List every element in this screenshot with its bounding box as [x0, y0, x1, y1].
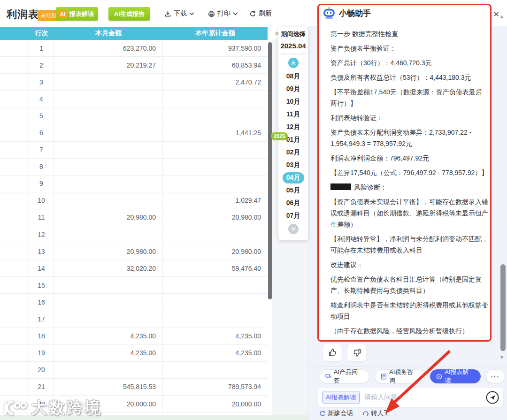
year-amount-cell: 20,980.00 [163, 243, 268, 260]
month-item-06[interactable]: 06月 [283, 197, 304, 209]
chat-text: （由于存在数据风险，经营风险分析暂缓执行） [330, 327, 469, 335]
thumbs-down-button[interactable] [347, 344, 366, 361]
row-number-cell: 8 [29, 159, 54, 175]
ai-generate-report-button[interactable]: AI生成报告 [108, 7, 150, 21]
chat-input[interactable]: AI报表解读 请输入问题 [318, 388, 503, 407]
chat-text: 负债及所有者权益总计（53行）：4,443,180.3元 [330, 74, 471, 81]
month-item-04[interactable]: 04月 [283, 172, 304, 183]
close-icon[interactable]: × [493, 8, 499, 20]
chat-paragraph: 【差异17,540元（公式：796,497.92 - 778,957.92）】 [330, 167, 488, 178]
item-cell [0, 260, 29, 276]
year-amount-cell [163, 226, 268, 243]
year-amount-cell [163, 176, 268, 192]
thumbs-down-icon [353, 348, 361, 357]
month-item-12[interactable]: 12月 [283, 121, 304, 133]
ai-report-read-label: 报表解读 [69, 10, 94, 18]
chat-bubbles-icon [325, 374, 331, 380]
chat-text: 资产负债表平衡验证： [330, 45, 396, 52]
chip-label: AI报表解读 [445, 368, 474, 385]
table-row: 194,235.004,235.00 [0, 345, 268, 362]
month-item-05[interactable]: 05月 [283, 184, 304, 197]
double-chevron-down-icon [291, 226, 296, 232]
month-item-11[interactable]: 11月 [283, 108, 304, 121]
row-number-cell: 3 [29, 74, 54, 90]
scroll-down-icon[interactable]: ▼ [499, 354, 505, 360]
chat-paragraph: 改进建议： [330, 259, 488, 270]
thumbs-up-icon [328, 348, 337, 357]
table-row: 5 [0, 107, 268, 124]
year-amount-cell [163, 311, 268, 328]
print-button[interactable]: 打印 [208, 9, 238, 18]
item-cell [0, 379, 29, 395]
chat-paragraph: 资产负债表未分配利润变动差异：2,733,907.22 - 1,954,949.… [330, 127, 488, 149]
month-item-10[interactable]: 10月 [283, 95, 304, 108]
item-cell [0, 192, 29, 209]
feedback-buttons [323, 344, 366, 361]
table-row: 4 [0, 91, 268, 107]
watermark-text: 大数跨境 [31, 397, 102, 419]
month-item-07[interactable]: 07月 [283, 209, 304, 222]
row-number-cell: 4 [29, 91, 54, 107]
month-item-09[interactable]: 09月 [283, 83, 304, 95]
document-icon [381, 374, 387, 380]
row-number-cell: 17 [29, 311, 54, 328]
chip-ai-product-qa[interactable]: AI产品问答 [319, 369, 369, 383]
months-scroll-up-button[interactable] [288, 58, 299, 68]
report-toolbar: 利润表 未结转 AI 报表解读 AI生成报告 下载 打印 刷新 [0, 0, 308, 27]
months-scroll-down-button[interactable] [288, 224, 299, 234]
month-item-08[interactable]: 08月 [283, 70, 304, 83]
headset-icon [362, 410, 369, 417]
col-header-year: 本年累计金额 [163, 29, 268, 38]
item-cell [0, 243, 29, 260]
refresh-button[interactable]: 刷新 [249, 9, 272, 18]
thumbs-up-button[interactable] [323, 344, 342, 361]
month-amount-cell [54, 124, 163, 141]
printer-icon [208, 10, 215, 17]
send-button[interactable] [485, 390, 499, 405]
month-amount-cell: 20,980.00 [54, 209, 163, 226]
row-number-cell: 19 [29, 345, 54, 361]
chat-text: 优先检查资产负债表各科目汇总计算（特别是固定资产、长期待摊费用与负债类科目） [330, 275, 482, 294]
to-human-button[interactable]: 转人工 [362, 409, 390, 418]
year-amount-cell: 20,000.00 [163, 396, 268, 412]
month-item-02[interactable]: 02月 [283, 146, 304, 159]
assistant-scrollbar-thumb[interactable] [500, 264, 506, 351]
more-chips-button[interactable]: ··· [486, 369, 505, 383]
table-row: 7 [0, 142, 268, 159]
row-number-cell: 2 [29, 57, 54, 73]
input-mode-tag[interactable]: AI报表解读 [322, 391, 360, 404]
month-amount-cell: 4,235.00 [54, 328, 163, 344]
row-number-cell: 6 [29, 124, 54, 141]
item-cell [0, 362, 29, 378]
chip-label: AI税务咨询 [389, 368, 419, 385]
table-scrollbar-thumb[interactable] [268, 42, 272, 299]
item-cell [0, 40, 29, 56]
chip-ai-tax-consult[interactable]: AI税务咨询 [375, 369, 425, 383]
new-session-button[interactable]: 新建会话 [319, 409, 353, 418]
month-amount-cell: 20,219.27 [54, 57, 163, 73]
month-item-03[interactable]: 03月 [283, 159, 304, 171]
month-amount-cell [54, 159, 163, 175]
year-amount-cell [163, 159, 268, 175]
to-human-label: 转人工 [371, 409, 390, 418]
session-links: 新建会话 转人工 [319, 409, 390, 418]
table-row: 1432,020.2059,476.40 [0, 260, 268, 277]
item-cell [0, 124, 29, 141]
row-number-cell: 10 [29, 192, 54, 209]
ai-report-read-badge[interactable]: AI 报表解读 [56, 7, 98, 21]
year-amount-cell: 59,476.40 [163, 260, 268, 276]
year-amount-cell [163, 277, 268, 293]
scroll-up-icon[interactable]: ▲ [499, 13, 505, 20]
chat-text: 【不平衡差额17,540元（数据来源：资产负债表最后两行）】 [330, 88, 482, 107]
row-number-cell: 20 [29, 362, 54, 378]
download-button[interactable]: 下载 [164, 9, 194, 18]
year-amount-cell: 60,853.94 [163, 57, 268, 73]
year-amount-cell: 20,980.00 [163, 209, 268, 226]
panel-divider [308, 367, 507, 367]
assistant-title: 小畅助手 [339, 8, 371, 19]
chat-text: 核查利润表中是否有未结转的所得税费用或其他权益变动项目 [330, 301, 488, 320]
table-row: 184,235.004,235.00 [0, 328, 268, 345]
month-amount-cell [54, 74, 163, 90]
row-number-cell: 12 [29, 226, 54, 243]
chip-ai-report-read[interactable]: AI报表解读 [430, 369, 480, 383]
